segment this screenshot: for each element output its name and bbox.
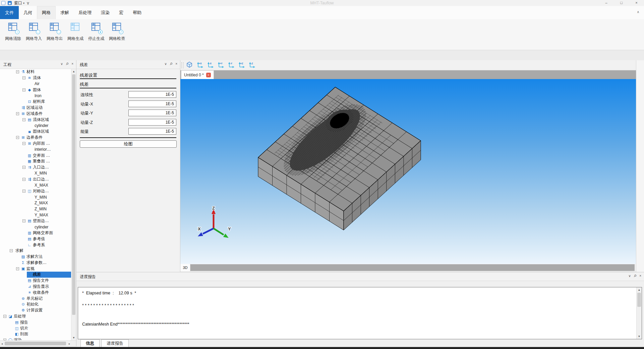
scroll-down-icon[interactable]: ▼	[637, 335, 642, 338]
tree-item-region-condition[interactable]: − ⊞ 区域条件	[0, 111, 71, 117]
tree-item-solid[interactable]: − ◆ 固体	[0, 87, 71, 93]
tree-expander[interactable]: −	[16, 112, 19, 115]
close-button[interactable]: ×	[629, 0, 644, 6]
tree-item-initialize[interactable]: ⊙ 初始化	[0, 301, 71, 307]
tree-expander[interactable]: −	[3, 315, 6, 318]
menu-tab-网格[interactable]: 网格	[37, 6, 56, 19]
menu-tab-求解[interactable]: 求解	[56, 6, 74, 19]
minimize-button[interactable]: –	[599, 0, 614, 6]
panel-close-icon[interactable]: ×	[639, 274, 641, 278]
tree-expander[interactable]: −	[22, 219, 25, 222]
tree-item-outlet-boundary[interactable]: − ⇶ 出口边…	[0, 176, 71, 182]
scroll-right-icon[interactable]: ▸	[69, 342, 70, 345]
scroll-up-icon[interactable]: ▲	[637, 288, 642, 291]
tree-item-interior…[interactable]: interior…	[0, 146, 71, 152]
view-plusZ-button[interactable]: +Z	[237, 61, 246, 69]
tree-item-cylinder[interactable]: cylinder	[0, 224, 71, 230]
viewport-3d[interactable]: Z X Y	[180, 79, 636, 264]
tree-item-solve[interactable]: − 求解	[0, 248, 71, 254]
panel-close-icon[interactable]: ×	[71, 62, 73, 66]
isometric-view-icon[interactable]	[186, 61, 193, 69]
panel-collapse-icon[interactable]: ∨	[61, 62, 63, 66]
tree-item-reference-frame[interactable]: ∟ 参考系	[0, 242, 71, 248]
tree-item-convergence-condition[interactable]: ✳ 收敛条件	[0, 289, 71, 295]
tree-expander[interactable]: −	[22, 166, 25, 169]
tree-item-reference-value[interactable]: ▤ 参考值	[0, 236, 71, 242]
close-tab-icon[interactable]: ×	[206, 73, 211, 77]
tree-item-render[interactable]: − ◯ 渲染	[0, 337, 71, 340]
tree-item-inlet-boundary[interactable]: − ⇉ 入口边…	[0, 164, 71, 170]
tree-item-report-display[interactable]: ⊿ 报告显示	[0, 284, 71, 290]
tree-item-Y_MAX[interactable]: Y_MAX	[0, 212, 71, 218]
tree-item-report[interactable]: ▤ 报告	[0, 319, 71, 325]
tree-item-solve-method[interactable]: ▨ 求解方法	[0, 254, 71, 260]
scrollbar-thumb[interactable]	[5, 342, 66, 345]
ribbon-collapse-icon[interactable]: ∧	[637, 10, 639, 14]
residual-input-连续性[interactable]	[128, 91, 176, 98]
pin-icon[interactable]: ⚲	[65, 62, 69, 66]
menu-tab-宏[interactable]: 宏	[114, 6, 128, 19]
pin-icon[interactable]: ⚲	[169, 62, 173, 66]
tree-item-cell-mark[interactable]: ⊚ 单元标记	[0, 295, 71, 301]
tree-item-Z_MIN[interactable]: Z_MIN	[0, 206, 71, 212]
tree-item-internal-face[interactable]: − ⊞ 内部面 …	[0, 141, 71, 147]
tree-expander[interactable]: −	[22, 76, 25, 79]
tree-expander[interactable]: −	[16, 70, 19, 73]
mesh-import-button[interactable]: ← 网格导入	[23, 22, 44, 42]
tree-expander[interactable]: −	[22, 178, 25, 181]
toolbar-drag-handle[interactable]	[181, 62, 183, 68]
tree-item-overlap-face[interactable]: ▦ 重叠面 …	[0, 158, 71, 164]
tree-vertical-scrollbar[interactable]: ▲ ▼	[71, 69, 76, 340]
tree-item-Z_MAX[interactable]: Z_MAX	[0, 200, 71, 206]
tree-horizontal-scrollbar[interactable]: ◂ ▸	[0, 340, 76, 346]
tree-expander[interactable]: −	[22, 190, 25, 193]
menu-tab-文件[interactable]: 文件	[0, 6, 19, 19]
panel-collapse-icon[interactable]: ∨	[629, 274, 631, 278]
viewport-horizontal-scrollbar[interactable]	[190, 264, 635, 271]
scrollbar-thumb[interactable]	[637, 293, 641, 307]
tree-item-Y_MIN[interactable]: Y_MIN	[0, 194, 71, 200]
tree-expander[interactable]: −	[22, 142, 25, 145]
scroll-down-icon[interactable]: ▼	[71, 336, 76, 339]
tree-expander[interactable]: −	[10, 249, 13, 252]
view-minusZ-button[interactable]: -Z	[247, 61, 256, 69]
tree-item-interface-face[interactable]: ▥ 交界面 …	[0, 152, 71, 158]
residual-input-动量-X[interactable]	[128, 100, 176, 107]
tree-item-Air[interactable]: Air	[0, 81, 71, 87]
mesh-generate-button[interactable]: 网格生成	[65, 22, 86, 42]
plot-button[interactable]: 绘图	[80, 140, 177, 148]
scrollbar-thumb[interactable]	[72, 74, 75, 315]
tree-expander[interactable]: −	[22, 88, 25, 91]
tree-item-slice[interactable]: ◫ 切片	[0, 325, 71, 331]
tree-item-mesh-interface[interactable]: ▥ 网格交界面	[0, 230, 71, 236]
residual-input-动量-Y[interactable]	[128, 110, 176, 116]
log-vertical-scrollbar[interactable]: ▲ ▼	[636, 287, 642, 339]
residual-input-能量[interactable]	[128, 128, 176, 135]
tree-item-material[interactable]: − ⚗ 材料	[0, 69, 71, 75]
tree-item-section[interactable]: ◧ 剖面	[0, 331, 71, 337]
tree-item-postprocess[interactable]: − ◪ 后处理	[0, 313, 71, 320]
tree-item-fluid-region[interactable]: − ▤ 流体区域	[0, 117, 71, 123]
view-minusX-button[interactable]: -X	[206, 61, 215, 69]
tree-item-report-file[interactable]: ▤ 报告文件	[0, 278, 71, 284]
document-tab[interactable]: Untitled 0 * ×	[181, 70, 214, 79]
tree-item-Iron[interactable]: Iron	[0, 93, 71, 99]
tree-item-X_MIN[interactable]: X_MIN	[0, 170, 71, 177]
maximize-button[interactable]: □	[614, 0, 629, 6]
tree-expander[interactable]: −	[22, 118, 25, 121]
view-plusX-button[interactable]: +X	[195, 61, 204, 69]
tree-item-cylinder[interactable]: cylinder	[0, 123, 71, 129]
tree-item-boundary-condition[interactable]: − ⊞ 边界条件	[0, 135, 71, 141]
tree-item-material-library[interactable]: ⊡ 材料库	[0, 99, 71, 105]
mesh-stop-generate-button[interactable]: ● 停止生成	[86, 22, 107, 42]
tree-expander[interactable]: −	[16, 267, 19, 270]
menu-tab-渲染[interactable]: 渲染	[96, 6, 114, 19]
panel-collapse-icon[interactable]: ∨	[165, 62, 167, 66]
mesh-export-button[interactable]: → 网格导出	[44, 22, 65, 42]
mesh-check-button[interactable]: ✓ 网格检查	[107, 22, 127, 42]
tree-item-symmetry-boundary[interactable]: − ◫ 对称边…	[0, 188, 71, 194]
view-mode-tab[interactable]: 3D	[180, 264, 190, 271]
tree-expander[interactable]: −	[16, 136, 19, 139]
tree-item-solve-params[interactable]: Σ 求解参数…	[0, 260, 71, 266]
scroll-left-icon[interactable]: ◂	[1, 342, 3, 345]
